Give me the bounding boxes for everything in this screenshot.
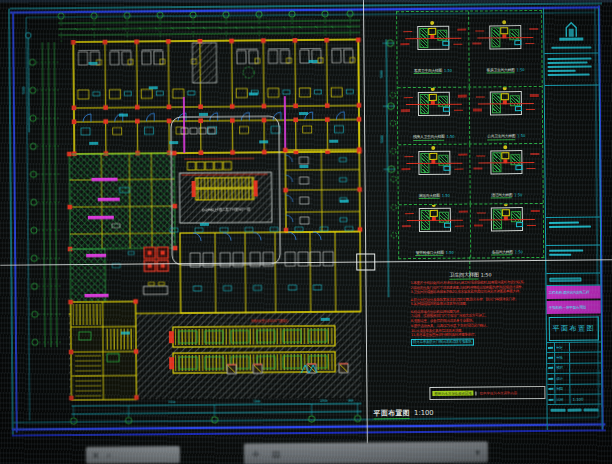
note-highlight: 防火卷帘及防火门做法详见消防专项图纸 [411, 338, 474, 345]
detail-scale: 1:50 [446, 135, 454, 139]
project-rows-a [546, 217, 600, 245]
legend-red-note: 红色字体为本次调整内容 [476, 391, 517, 395]
firm-info [544, 53, 598, 85]
cursor-pickbox [356, 253, 375, 270]
project-name-row: 工程名称:酒店室内装饰工程 [546, 285, 600, 300]
detail-label: 客房卫生间大样图 [414, 67, 442, 74]
detail-cell: 淋浴间大样图1:50 [398, 145, 471, 205]
axis-bubble-icon [430, 88, 434, 91]
svg-text:2350: 2350 [320, 399, 327, 403]
blank-section [545, 85, 600, 217]
detail-label: 客房卫生间大样图 [487, 67, 515, 74]
legend-chip: 图例为本次深化修改区域 [432, 391, 473, 396]
detail-label: 管井检修口大样图 [416, 249, 444, 256]
chevron-down-icon[interactable]: ▾ [475, 447, 480, 457]
toolbar-left: ✕ ⌕ [86, 446, 180, 464]
axis-bubble-icon [430, 20, 434, 24]
detail-cell: 清洁间大样图1:50 [470, 144, 543, 204]
signature-row: 设计 [547, 374, 601, 385]
detail-cell: 管井检修口大样图1:50 [399, 205, 471, 259]
svg-text:自动扶梯上行至二层 下行至地下一层: 自动扶梯上行至二层 下行至地下一层 [201, 207, 251, 211]
detail-label: 公共卫生间大样图 [487, 133, 515, 140]
detail-scale: 1:50 [514, 193, 522, 197]
signature-row: 校对 [547, 363, 601, 374]
detail-scale: 1:50 [446, 250, 454, 254]
svg-text:7550: 7550 [168, 400, 175, 404]
svg-text:7200: 7200 [253, 399, 260, 403]
detail-row: 淋浴间大样图1:50 清洁间大样图1:50 [398, 144, 543, 205]
signature-row: 比例1:100 [547, 394, 601, 405]
axis-bubble-icon [431, 145, 435, 149]
svg-text:5000: 5000 [22, 87, 26, 95]
detail-drawing [484, 89, 528, 119]
details-caption: 卫生间大样图1:50 [398, 261, 542, 281]
svg-text:5000: 5000 [380, 70, 384, 78]
detail-cell: 客房卫生间大样图1:50 [397, 12, 470, 88]
detail-drawing [411, 23, 455, 53]
detail-label: 淋浴间大样图 [419, 192, 440, 199]
detail-drawing [411, 90, 455, 120]
svg-text:900: 900 [348, 399, 353, 403]
detail-drawing [412, 148, 456, 178]
sheet-number-row [548, 405, 602, 415]
sheet-title: 平面布置图 [549, 316, 599, 340]
detail-cell: 残疾人卫生间大样图1:50 [398, 88, 470, 145]
axis-bubble-icon [503, 87, 507, 90]
plan-title: 平面布置图 [374, 409, 411, 419]
detail-label: 备品间大样图 [492, 249, 513, 256]
table-label: 制图 [555, 384, 570, 394]
axis-bubble-icon [502, 20, 506, 24]
table-label: 审定 [555, 343, 570, 353]
detail-scale: 1:50 [442, 193, 450, 197]
signature-row: 审核 [547, 353, 601, 364]
logo-text-bar [551, 47, 591, 50]
revision-notes: 1.本图尺寸均以毫米计,标高以米计,施工时须现场核对,如有疑问及时与设计联系。2… [410, 280, 543, 347]
drawing-sheet: 5000自动扶梯上行至二层 下行至地下一层50005000变配电室(详见电气图纸… [0, 0, 612, 464]
logo-icon [556, 21, 586, 45]
detail-row: 客房卫生间大样图1:50 客房卫生间大样图1:50 [397, 11, 542, 88]
detail-label: 残疾人卫生间大样图 [413, 134, 445, 141]
detail-cell: 客房卫生间大样图1:50 [469, 11, 542, 87]
zoom-icon[interactable]: ⌕ [106, 450, 111, 461]
signature-row: 审定 [547, 342, 601, 353]
table-label: 设计 [555, 374, 570, 384]
svg-text:5000: 5000 [380, 135, 384, 143]
subproject-name-row: 子项名称:一层平面布置图 [547, 300, 601, 315]
axis-bubble-icon [431, 205, 435, 207]
detail-drawing [483, 23, 527, 53]
table-value: 1:100 [572, 397, 583, 402]
detail-scale: 1:50 [444, 68, 452, 72]
stamp-row [546, 273, 600, 285]
company-logo [544, 7, 598, 53]
detail-drawing [412, 205, 456, 235]
monitor-photo: 5000自动扶梯上行至二层 下行至地下一层50005000变配电室(详见电气图纸… [0, 0, 612, 464]
plan-caption: 平面布置图1:100 [373, 400, 433, 420]
signature-row: 制图 [547, 384, 601, 395]
detail-scale: 1:50 [515, 250, 523, 254]
detail-row: 管井检修口大样图1:50 备品间大样图1:50 [399, 204, 543, 258]
details-scale: 1:50 [481, 272, 492, 277]
toolbar-right: ✛ ▤ ▾ [244, 441, 488, 464]
menu-icon[interactable]: ▤ [272, 449, 281, 459]
axis-bubble-icon [504, 204, 508, 206]
detail-drawings-grid: 客房卫生间大样图1:50 客房卫生间大样图1:50 残疾人卫生间大样图1:50 … [396, 10, 544, 259]
toolbar-fragment: ✕ ⌕ ✛ ▤ ▾ [86, 441, 488, 464]
plan-scale: 1:100 [414, 409, 434, 417]
table-label: 比例 [555, 395, 570, 405]
legend-row: 图例为本次深化修改区域 红色字体为本次调整内容 [429, 386, 545, 400]
title-block: 工程名称:酒店室内装饰工程 子项名称:一层平面布置图 平面布置图 审定审核校对设… [543, 7, 603, 429]
detail-row: 残疾人卫生间大样图1:50 公共卫生间大样图1:50 [398, 87, 542, 145]
details-title: 卫生间大样图 [449, 271, 478, 279]
detail-label: 清洁间大样图 [491, 192, 512, 199]
pan-icon[interactable]: ✛ [252, 449, 260, 459]
detail-cell: 公共卫生间大样图1:50 [470, 87, 542, 144]
detail-drawing [484, 148, 528, 178]
table-label: 审核 [555, 353, 570, 363]
detail-cell: 备品间大样图1:50 [471, 204, 543, 258]
close-icon[interactable]: ✕ [92, 450, 100, 460]
axis-bubble-icon [503, 145, 507, 149]
detail-scale: 1:50 [517, 68, 525, 72]
table-label: 校对 [555, 363, 570, 373]
detail-drawing [485, 205, 529, 235]
detail-scale: 1:50 [517, 134, 525, 138]
